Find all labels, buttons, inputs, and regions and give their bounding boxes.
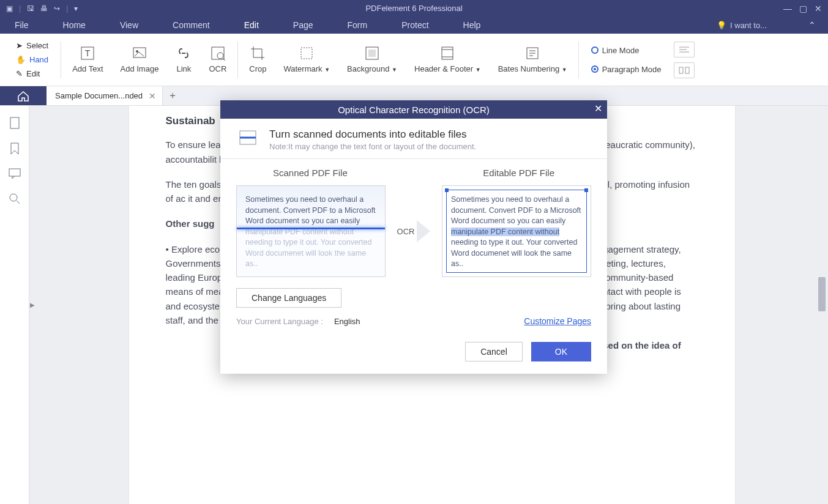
- qat-dropdown-icon[interactable]: ▾: [74, 4, 78, 13]
- line-mode-label: Line Mode: [602, 46, 640, 55]
- document-tab[interactable]: Sample Documen...nded ✕: [47, 86, 163, 105]
- watermark-icon: [299, 45, 315, 61]
- menu-home[interactable]: Home: [61, 18, 88, 32]
- menubar: File Home View Comment Edit Page Form Pr…: [0, 17, 828, 34]
- preview-labels: Scanned PDF File Editable PDF File: [236, 168, 591, 178]
- ribbon-align-group: [671, 34, 702, 86]
- chevron-down-icon: ▼: [392, 67, 397, 73]
- add-image-button[interactable]: Add Image: [112, 34, 168, 86]
- qat-sep: |: [19, 4, 21, 13]
- menu-form[interactable]: Form: [345, 18, 370, 32]
- maximize-button[interactable]: ▢: [799, 4, 807, 13]
- bates-label: Bates Numbering ▼: [498, 65, 567, 73]
- current-language-value: English: [334, 317, 360, 326]
- background-label: Background ▼: [347, 65, 397, 73]
- scrollbar-thumb[interactable]: [818, 277, 826, 311]
- dialog-title: Optical Character Recognition (OCR): [338, 105, 490, 115]
- menu-view[interactable]: View: [117, 18, 141, 32]
- watermark-button[interactable]: Watermark ▼: [275, 34, 338, 86]
- ocr-icon: [210, 45, 226, 61]
- ocr-arrow-label: OCR: [397, 227, 415, 236]
- app-title: PDFelement 6 Professional: [365, 4, 462, 13]
- scanned-label: Scanned PDF File: [273, 168, 348, 178]
- preview-text-faded: manipulate PDF content without needing t…: [245, 228, 371, 269]
- collapse-ribbon-icon[interactable]: ⌃: [808, 20, 816, 30]
- distribute-icon[interactable]: [674, 62, 695, 78]
- background-button[interactable]: Background ▼: [338, 34, 406, 86]
- hand-icon: ✋: [16, 55, 26, 64]
- svg-rect-10: [442, 47, 453, 59]
- ribbon-mode-group: ➤Select ✋Hand ✎Edit: [6, 34, 58, 86]
- dialog-close-icon[interactable]: ✕: [594, 103, 602, 114]
- menu-help[interactable]: Help: [461, 18, 483, 32]
- edit-label: Edit: [26, 69, 40, 78]
- dialog-titlebar[interactable]: Optical Character Recognition (OCR) ✕: [220, 100, 607, 119]
- chevron-down-icon: ▼: [476, 67, 481, 73]
- comments-icon[interactable]: [9, 168, 21, 179]
- svg-rect-20: [679, 67, 683, 73]
- tab-close-icon[interactable]: ✕: [149, 91, 156, 101]
- chevron-down-icon: ▼: [324, 67, 330, 73]
- menu-edit[interactable]: Edit: [242, 18, 261, 32]
- select-label: Select: [26, 41, 48, 50]
- editable-preview: Sometimes you need to overhaul a documen…: [442, 185, 591, 277]
- menu-protect[interactable]: Protect: [399, 18, 431, 32]
- preview-text: Sometimes you need to overhaul a documen…: [245, 195, 376, 225]
- header-footer-button[interactable]: Header & Footer ▼: [406, 34, 490, 86]
- select-mode[interactable]: ➤Select: [13, 40, 51, 51]
- thumbnails-icon[interactable]: [9, 117, 20, 129]
- paragraph-mode-radio[interactable]: Paragraph Mode: [589, 63, 664, 76]
- ocr-dialog: Optical Character Recognition (OCR) ✕ Tu…: [220, 100, 607, 374]
- customize-pages-link[interactable]: Customize Pages: [524, 316, 591, 326]
- cancel-button[interactable]: Cancel: [465, 342, 523, 361]
- ribbon-edit-mode-group: Line Mode Paragraph Mode: [581, 34, 671, 86]
- window-controls: — ▢ ✕: [783, 4, 828, 13]
- image-icon: [132, 45, 147, 61]
- search-icon[interactable]: [9, 193, 21, 205]
- qat-print-icon[interactable]: 🖶: [40, 4, 48, 13]
- minimize-button[interactable]: —: [783, 4, 792, 13]
- titlebar: ▣ | 🖫 🖶 ↪ | ▾ PDFelement 6 Professional …: [0, 0, 828, 17]
- qat-sep: |: [66, 4, 68, 13]
- add-tab-button[interactable]: ＋: [163, 86, 182, 105]
- qat-save-icon[interactable]: 🖫: [27, 4, 34, 13]
- change-languages-button[interactable]: Change Languages: [236, 288, 341, 308]
- pencil-icon: ✎: [16, 69, 23, 78]
- menu-file[interactable]: File: [12, 18, 31, 32]
- ocr-label: OCR: [209, 65, 226, 73]
- quick-access-toolbar: ▣ | 🖫 🖶 ↪ | ▾: [0, 4, 78, 13]
- line-mode-radio[interactable]: Line Mode: [589, 44, 664, 57]
- edit-mode[interactable]: ✎Edit: [13, 68, 51, 80]
- ribbon-separator: [578, 42, 579, 78]
- bates-button[interactable]: Bates Numbering ▼: [490, 34, 576, 86]
- ok-button[interactable]: OK: [531, 342, 591, 361]
- qat-app-icon[interactable]: ▣: [6, 4, 13, 13]
- svg-point-24: [10, 194, 17, 201]
- link-button[interactable]: Link: [167, 34, 200, 86]
- side-panel: [0, 106, 29, 504]
- i-want-to[interactable]: 💡 I want to...: [717, 21, 767, 30]
- bookmarks-icon[interactable]: [10, 143, 20, 155]
- lightbulb-icon: 💡: [717, 21, 726, 30]
- menu-comment[interactable]: Comment: [170, 18, 212, 32]
- add-text-button[interactable]: T Add Text: [64, 34, 111, 86]
- ribbon: ➤Select ✋Hand ✎Edit T Add Text Add Image…: [0, 34, 828, 86]
- dialog-footer: Cancel OK: [220, 332, 607, 374]
- hand-mode[interactable]: ✋Hand: [13, 54, 51, 65]
- paragraph-mode-label: Paragraph Mode: [602, 65, 662, 74]
- home-tab[interactable]: [0, 86, 47, 105]
- home-icon: [17, 91, 29, 102]
- qat-redo-icon[interactable]: ↪: [54, 4, 60, 13]
- close-button[interactable]: ✕: [815, 4, 822, 13]
- preview-row: Sometimes you need to overhaul a documen…: [236, 185, 591, 277]
- panel-expand-handle[interactable]: ▶: [29, 106, 35, 504]
- arrow-icon: [417, 220, 430, 242]
- add-text-label: Add Text: [72, 65, 103, 73]
- add-image-label: Add Image: [121, 65, 159, 73]
- background-icon: [364, 45, 380, 61]
- crop-button[interactable]: Crop: [241, 34, 275, 86]
- ocr-button[interactable]: OCR: [200, 34, 235, 86]
- menu-page[interactable]: Page: [291, 18, 316, 32]
- svg-rect-22: [10, 117, 19, 128]
- align-icon[interactable]: [674, 42, 695, 57]
